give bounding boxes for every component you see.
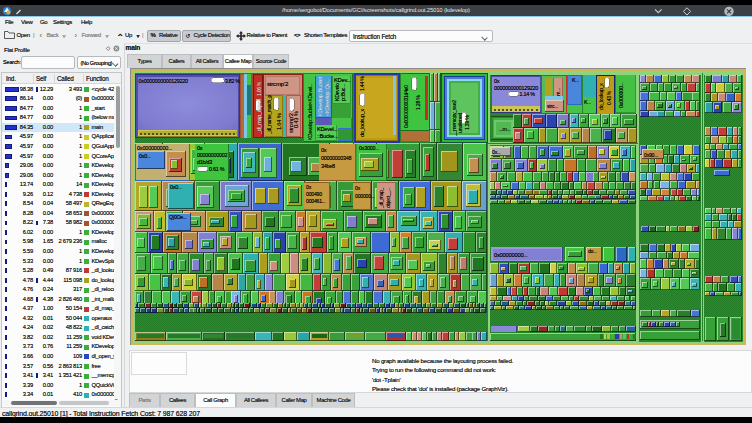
svg-text:do...: do... [588, 248, 596, 254]
svg-text:0x000000...: 0x000000... [618, 83, 624, 108]
svg-text:34be8: 34be8 [321, 163, 335, 169]
svg-text:0x00000000031d4e0: 0x00000000031d4e0 [403, 85, 409, 128]
svg-text:0x90...: 0x90... [644, 152, 658, 158]
svg-text:0.43 %: 0.43 % [293, 111, 299, 128]
svg-text:Q|0Oe...: Q|0Oe... [169, 214, 187, 220]
svg-text:KDevelo: KDevelo [334, 83, 340, 101]
svg-text:<KDevelop::Qu...: <KDevelop::Qu... [324, 79, 330, 116]
svg-text:00000000002: 00000000002 [197, 152, 227, 158]
svg-text:3.82 %: 3.82 % [225, 78, 240, 84]
svg-text:0x0000000000129220: 0x0000000000129220 [139, 78, 188, 84]
svg-text:do_lookup_x: do_lookup_x [359, 109, 365, 137]
svg-text:0x...: 0x... [492, 149, 501, 155]
svg-text:KDevelop::Bucket: KDevelop::Bucket [317, 76, 323, 116]
svg-text:0000000000129220: 0000000000129220 [494, 85, 538, 91]
svg-text:_dl_map_object: _dl_map_object [256, 99, 262, 135]
svg-text:0x3000...: 0x3000... [359, 145, 379, 151]
svg-text:1.39 %: 1.39 % [464, 115, 470, 130]
svg-text:000461...: 000461... [306, 198, 325, 204]
svg-text:__memcpy_sse2: __memcpy_sse2 [451, 100, 457, 137]
svg-text:1.44 %: 1.44 % [359, 76, 365, 91]
svg-text:d1b/d3: d1b/d3 [197, 159, 212, 165]
svg-text:0x: 0x [306, 184, 312, 190]
svg-text:1.28 %: 1.28 % [415, 95, 421, 110]
svg-text:K...: K... [572, 77, 579, 83]
svg-text:0x: 0x [321, 147, 327, 153]
svg-text:000000...: 000000... [355, 193, 374, 199]
svg-text:1.14 %: 1.14 % [520, 91, 536, 97]
svg-text:do_lookup_x: do_lookup_x [598, 83, 604, 110]
svg-text:strcmp'2: strcmp'2 [267, 80, 289, 87]
svg-text:0x: 0x [494, 78, 500, 84]
svg-text:::Bucke...: ::Bucke... [317, 133, 339, 139]
svg-text:0x: 0x [355, 185, 361, 191]
svg-text:_dl_map_: _dl_map_ [378, 188, 384, 209]
svg-text:0x00000000...: 0x00000000... [494, 252, 528, 258]
svg-text:0x: 0x [197, 145, 203, 151]
svg-text:00000000348: 00000000348 [321, 155, 351, 161]
svg-text:1.06 %: 1.06 % [256, 81, 262, 96]
svg-text:K...: K... [584, 99, 591, 105]
svg-text:000490: 000490 [306, 191, 322, 197]
svg-text:1.64 %: 1.64 % [276, 113, 282, 130]
svg-text:strc...: strc... [547, 103, 558, 109]
svg-text:object__...: object__... [385, 188, 391, 208]
svg-text:KDev...: KDev... [334, 77, 351, 83]
svg-text:0.61 %: 0.61 % [209, 166, 225, 172]
svg-text:0.43 %: 0.43 % [606, 90, 612, 105]
svg-text:_dl_name_match_p: _dl_name_match_p [267, 95, 272, 135]
svg-text:0x000000000...: 0x000000000... [137, 145, 173, 151]
svg-text:0x0...: 0x0... [139, 153, 151, 159]
svg-text:KDevelop::Bucket<KDevel...: KDevelop::Bucket<KDevel... [307, 84, 313, 140]
svg-text:p::Buc...: p::Buc... [340, 84, 346, 101]
svg-text:0x0...: 0x0... [170, 184, 182, 190]
svg-text:KDevel...: KDevel... [317, 126, 338, 132]
svg-text:...m...: ...m... [499, 126, 510, 132]
